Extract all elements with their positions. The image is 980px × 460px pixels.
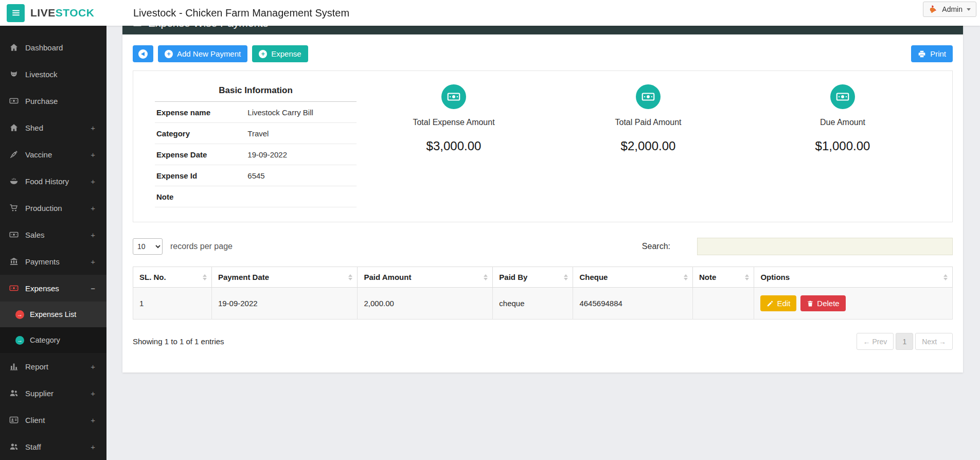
info-label: Expense Date [155,150,247,159]
cell-sl-no: 1 [133,288,212,320]
sidebar-item-label: Dashboard [25,43,95,52]
col-header-payment-date[interactable]: Payment Date [211,267,358,288]
delete-label: Delete [817,299,839,308]
sidebar-item-label: Sales [25,231,91,239]
cell-options: Edit Delete [754,288,953,320]
back-button[interactable] [133,45,153,62]
edit-button[interactable]: Edit [760,295,796,311]
add-new-payment-label: Add New Payment [177,49,241,58]
col-header-label: SL. No. [139,273,166,281]
money-icon [830,84,855,109]
sidebar-item-expenses[interactable]: Expenses − [0,275,106,302]
sidebar-item-supplier[interactable]: Supplier + [0,380,106,406]
stat-label: Due Amount [745,118,940,127]
sidebar-item-client[interactable]: Client + [0,406,106,433]
col-header-label: Paid Amount [364,273,411,281]
stat-label: Total Paid Amount [551,118,745,127]
search-area: Search: [642,238,953,255]
expenses-submenu: → Expenses List → Category [0,302,106,353]
sidebar-item-food-history[interactable]: Food History + [0,168,106,194]
add-new-payment-button[interactable]: + Add New Payment [158,45,247,62]
table-row: 1 19-09-2022 2,000.00 cheque 4645694884 … [133,288,953,320]
col-header-label: Paid By [499,273,527,281]
money-icon [9,284,19,293]
trash-icon [807,300,814,307]
expand-plus-icon: + [91,150,95,159]
expand-plus-icon: + [91,123,95,132]
sidebar-item-expenses-list[interactable]: → Expenses List [0,302,106,327]
sidebar-item-production[interactable]: Production + [0,194,106,221]
col-header-sl-no[interactable]: SL. No. [133,267,212,288]
expand-plus-icon: + [91,389,95,398]
stat-total-expense-amount: Total Expense Amount $3,000.00 [357,84,551,207]
sidebar-item-dashboard[interactable]: Dashboard [0,34,106,61]
info-row-category: Category Travel [155,123,357,144]
topbar: LIVESTOCK Livestock - Chicken Farm Manag… [0,0,980,26]
sidebar-item-livestock[interactable]: Livestock [0,61,106,87]
sidebar-item-label: Expenses [25,284,91,293]
col-header-cheque[interactable]: Cheque [573,267,693,288]
cell-paid-by: cheque [493,288,573,320]
toolbar: + Add New Payment + Expense Print [133,45,953,62]
basic-info-title: Basic Information [155,81,357,102]
sidebar-item-purchase[interactable]: Purchase [0,87,106,114]
delete-button[interactable]: Delete [800,295,845,311]
stats-row: Total Expense Amount $3,000.00 Total Pai… [357,81,940,207]
sidebar-item-label: Purchase [25,97,95,105]
syringe-icon [9,150,19,159]
table-header-row: SL. No. Payment Date Paid Amount Paid By… [133,267,953,288]
sidebar-item-staff[interactable]: Staff + [0,433,106,460]
expense-button[interactable]: + Expense [252,45,308,62]
cart-icon [9,203,19,213]
print-button[interactable]: Print [911,45,953,62]
arrow-right-icon: → [15,336,24,345]
chart-icon [9,362,19,371]
sidebar-item-payments[interactable]: Payments + [0,248,106,275]
col-header-options[interactable]: Options [754,267,953,288]
money-icon [9,96,19,105]
stat-value: $1,000.00 [745,139,940,153]
sidebar-item-sales[interactable]: Sales + [0,221,106,248]
col-header-paid-by[interactable]: Paid By [493,267,573,288]
expense-info-card: Basic Information Expense name Livestock… [133,70,953,222]
money-icon [636,84,661,109]
pencil-icon [767,300,774,307]
sidebar-item-label: Staff [25,443,91,451]
plus-circle-icon: + [259,50,267,58]
prev-page-button[interactable]: ← Prev [857,333,894,350]
expand-plus-icon: + [91,231,95,239]
arrow-right-icon: → [15,310,24,319]
search-input[interactable] [697,238,953,255]
hamburger-icon [11,8,21,17]
cell-payment-date: 19-09-2022 [211,288,358,320]
home-icon [9,43,19,52]
sidebar-item-label: Production [25,204,91,213]
info-row-expense-name: Expense name Livestock Carry Bill [155,102,357,123]
records-per-page-select[interactable]: 10 [133,238,163,255]
sidebar-item-vaccine[interactable]: Vaccine + [0,141,106,168]
admin-menu-button[interactable]: Admin [923,2,976,17]
sort-icon [203,274,207,280]
sort-icon [484,274,488,280]
col-header-paid-amount[interactable]: Paid Amount [358,267,493,288]
col-header-note[interactable]: Note [692,267,754,288]
sidebar-item-label: Payments [25,257,91,266]
money-icon [441,84,466,109]
sidebar-toggle-button[interactable] [7,4,25,22]
info-value: Livestock Carry Bill [247,108,313,117]
app-title: Livestock - Chicken Farm Management Syst… [133,7,349,19]
next-page-button[interactable]: Next → [915,333,953,350]
sidebar-item-category[interactable]: → Category [0,327,106,353]
brand-logo[interactable]: LIVESTOCK [30,7,94,19]
info-label: Note [155,192,247,201]
page-number-button[interactable]: 1 [896,333,913,350]
info-value: 6545 [247,171,264,180]
id-card-icon [9,415,19,424]
search-label: Search: [642,242,670,251]
sort-icon [745,274,749,280]
expand-plus-icon: + [91,257,95,266]
sidebar-item-report[interactable]: Report + [0,353,106,380]
main-content: Expense Wise Payments + Add New Payment … [106,0,980,434]
sidebar-item-shed[interactable]: Shed + [0,114,106,141]
info-row-expense-date: Expense Date 19-09-2022 [155,144,357,165]
